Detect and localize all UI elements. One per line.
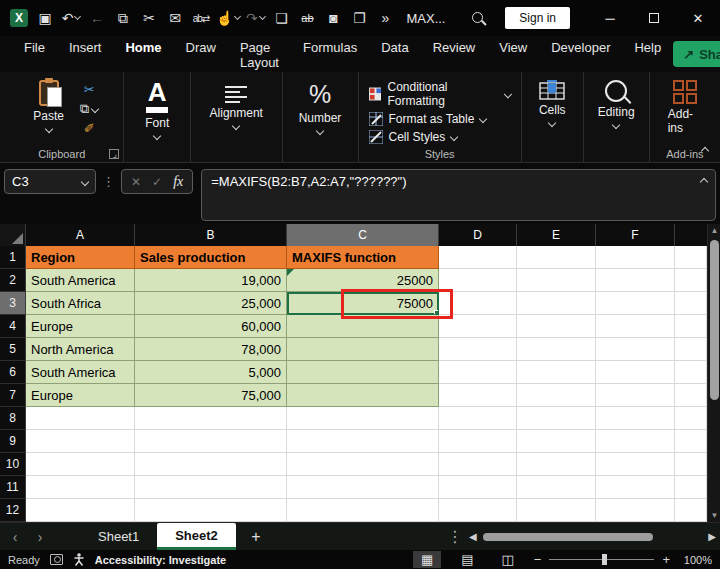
copy-button[interactable]: ⧉ — [80, 101, 98, 117]
sheet-options-icon[interactable]: ⋮ — [445, 523, 465, 550]
cut-icon[interactable]: ✂ — [138, 7, 160, 29]
font-button[interactable]: A Font — [137, 78, 177, 141]
cell-C10[interactable] — [287, 453, 439, 476]
normal-view-button[interactable]: ▦ — [413, 551, 441, 568]
cell-G4[interactable] — [675, 315, 707, 338]
tab-formulas[interactable]: Formulas — [291, 32, 369, 76]
cell-B5[interactable]: 78,000 — [135, 338, 287, 361]
cell-F6[interactable] — [596, 361, 675, 384]
cell-D2[interactable] — [439, 269, 517, 292]
cell-F8[interactable] — [596, 407, 675, 430]
vertical-scrollbar-thumb[interactable] — [710, 240, 719, 400]
cell-C12[interactable] — [287, 499, 439, 522]
cell-A10[interactable] — [26, 453, 135, 476]
scroll-down-icon[interactable]: ▼ — [708, 511, 720, 520]
cell-A11[interactable] — [26, 476, 135, 499]
cell-E9[interactable] — [517, 430, 596, 453]
scroll-up-icon[interactable]: ▲ — [708, 226, 720, 235]
cell-B3[interactable]: 25,000 — [135, 292, 287, 315]
cell-B4[interactable]: 60,000 — [135, 315, 287, 338]
macro-record-icon[interactable] — [50, 554, 63, 565]
cell-A12[interactable] — [26, 499, 135, 522]
row-header-11[interactable]: 11 — [0, 476, 26, 499]
cell-E4[interactable] — [517, 315, 596, 338]
find-replace-icon[interactable]: ab⇄ — [190, 7, 212, 29]
cell-B9[interactable] — [135, 430, 287, 453]
zoom-slider-thumb[interactable] — [602, 554, 607, 565]
cell-F1[interactable] — [596, 246, 675, 269]
new-file-icon[interactable]: ❏ — [270, 7, 292, 29]
row-header-10[interactable]: 10 — [0, 453, 26, 476]
cell-A2[interactable]: South America — [26, 269, 135, 292]
alignment-button[interactable]: Alignment — [202, 78, 271, 131]
cell-A5[interactable]: North America — [26, 338, 135, 361]
row-header-12[interactable]: 12 — [0, 499, 26, 522]
cell-E2[interactable] — [517, 269, 596, 292]
cell-D9[interactable] — [439, 430, 517, 453]
cell-C5[interactable] — [287, 338, 439, 361]
cell-D11[interactable] — [439, 476, 517, 499]
cell-C1[interactable]: MAXIFS function — [287, 246, 439, 269]
accessibility-status[interactable]: Accessibility: Investigate — [95, 554, 226, 566]
row-header-3[interactable]: 3 — [0, 292, 26, 315]
cell-F3[interactable] — [596, 292, 675, 315]
collapse-formula-bar-icon[interactable] — [700, 178, 708, 186]
cell-C7[interactable] — [287, 384, 439, 407]
horizontal-scrollbar-track[interactable] — [479, 532, 707, 542]
tab-draw[interactable]: Draw — [174, 32, 228, 76]
maximize-button[interactable] — [632, 0, 676, 36]
cell-F12[interactable] — [596, 499, 675, 522]
zoom-out-button[interactable]: − — [534, 552, 542, 567]
cell-G12[interactable] — [675, 499, 707, 522]
cell-G3[interactable] — [675, 292, 707, 315]
page-break-view-button[interactable]: ◫ — [494, 551, 522, 568]
cell-D3[interactable] — [439, 292, 517, 315]
add-sheet-button[interactable]: + — [236, 523, 276, 550]
touch-mode-icon[interactable]: ☝ — [216, 7, 240, 29]
cell-D1[interactable] — [439, 246, 517, 269]
column-header-F[interactable]: F — [596, 224, 675, 246]
cells-button[interactable]: Cells — [531, 78, 574, 128]
cell-C9[interactable] — [287, 430, 439, 453]
more-commands-icon[interactable]: » — [374, 7, 396, 29]
cell-C11[interactable] — [287, 476, 439, 499]
number-button[interactable]: % Number — [291, 78, 350, 136]
cell-D12[interactable] — [439, 499, 517, 522]
cancel-formula-icon[interactable]: ✕ — [131, 175, 141, 189]
cell-B7[interactable]: 75,000 — [135, 384, 287, 407]
undo-icon[interactable]: ↶ — [60, 7, 82, 29]
cell-D8[interactable] — [439, 407, 517, 430]
cut-button[interactable]: ✂ — [84, 82, 95, 97]
cell-B11[interactable] — [135, 476, 287, 499]
cell-C4[interactable] — [287, 315, 439, 338]
clipboard-dialog-launcher[interactable]: ⌟ — [109, 149, 119, 159]
excel-logo[interactable]: X — [8, 7, 30, 29]
cell-B2[interactable]: 19,000 — [135, 269, 287, 292]
column-header-B[interactable]: B — [135, 224, 287, 246]
cell-C8[interactable] — [287, 407, 439, 430]
document-search-icon[interactable]: ❐ — [348, 7, 370, 29]
cell-A7[interactable]: Europe — [26, 384, 135, 407]
close-button[interactable]: ✕ — [676, 0, 720, 36]
prev-sheet-icon[interactable]: ‹ — [0, 523, 30, 550]
formula-input[interactable]: =MAXIFS(B2:B7,A2:A7,"??????") — [201, 169, 716, 221]
tab-data[interactable]: Data — [369, 32, 420, 76]
row-header-9[interactable]: 9 — [0, 430, 26, 453]
cell-C3[interactable]: 75000 — [287, 292, 439, 315]
row-header-7[interactable]: 7 — [0, 384, 26, 407]
cell-B8[interactable] — [135, 407, 287, 430]
cell-E5[interactable] — [517, 338, 596, 361]
cell-A6[interactable]: South America — [26, 361, 135, 384]
row-header-1[interactable]: 1 — [0, 246, 26, 269]
save-icon[interactable]: ▣ — [34, 7, 56, 29]
cell-B12[interactable] — [135, 499, 287, 522]
cell-D7[interactable] — [439, 384, 517, 407]
vertical-scrollbar[interactable]: ▲ ▼ — [707, 224, 720, 522]
tab-insert[interactable]: Insert — [57, 32, 114, 76]
page-layout-view-button[interactable]: ▤ — [453, 551, 481, 568]
tab-file[interactable]: File — [12, 32, 57, 76]
cell-G5[interactable] — [675, 338, 707, 361]
back-icon[interactable]: ← — [86, 7, 108, 29]
share-button[interactable]: ↗ Share — [673, 41, 720, 67]
cell-F5[interactable] — [596, 338, 675, 361]
